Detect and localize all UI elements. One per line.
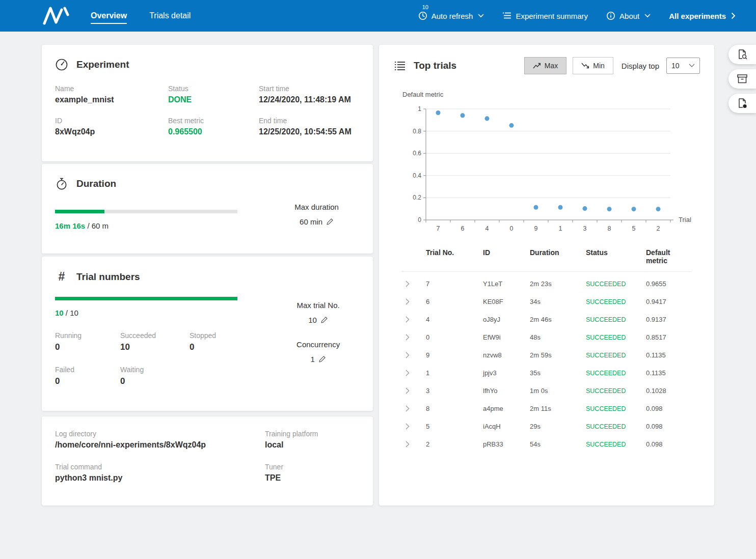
field-label: Tuner [265, 463, 360, 471]
trials-progress-text: 10 / 10 [55, 309, 269, 317]
field-status: Status DONE [168, 85, 259, 104]
svg-text:5: 5 [632, 225, 636, 232]
field-value: local [265, 440, 360, 450]
about-menu[interactable]: About [606, 11, 651, 20]
table-row[interactable]: 5iAcqH29sSUCCEEDED0.098 [401, 417, 692, 435]
cell-default-metric: 0.1135 [646, 369, 692, 377]
status-badge: DONE [168, 95, 259, 104]
row-expand-chevron-icon[interactable] [401, 281, 426, 287]
gauge-icon [55, 58, 68, 71]
cell-status: SUCCEEDED [586, 370, 646, 377]
field-id: ID 8xWqz04p [55, 117, 168, 136]
row-expand-chevron-icon[interactable] [401, 352, 426, 358]
field-value: 8xWqz04p [55, 127, 168, 136]
cell-default-metric: 0.9137 [646, 316, 692, 323]
max-button[interactable]: Max [524, 57, 566, 74]
row-expand-chevron-icon[interactable] [401, 334, 426, 341]
cell-id: oJ8yJ [483, 316, 530, 323]
experiment-card: Experiment Name example_mnist Status DON… [42, 45, 373, 161]
cell-status: SUCCEEDED [586, 405, 646, 412]
document-search-icon [737, 49, 748, 60]
table-row[interactable]: 4oJ8yJ2m 46sSUCCEEDED0.9137 [401, 311, 692, 328]
field-label: Name [55, 85, 168, 93]
table-row[interactable]: 3lfhYo1m 0sSUCCEEDED0.1028 [401, 382, 692, 400]
default-metric-chart-wrap: Default metric00.20.40.60.817640913852Tr… [400, 89, 700, 239]
view-config-button[interactable] [728, 45, 756, 64]
duration-progress-fill [55, 210, 104, 213]
nav-tabs: Overview Trials detail [91, 11, 191, 20]
cell-duration: 2m 59s [530, 351, 586, 359]
experiment-summary-button[interactable]: Experiment summary [502, 12, 588, 20]
row-expand-chevron-icon[interactable] [401, 316, 426, 323]
table-body: 7Y1LeT2m 23sSUCCEEDED0.96556KE08F34sSUCC… [401, 275, 692, 453]
field-label: Trial command [55, 463, 265, 471]
table-row[interactable]: 6KE08F34sSUCCEEDED0.9417 [401, 293, 692, 311]
svg-text:2: 2 [657, 225, 660, 232]
row-expand-chevron-icon[interactable] [401, 405, 426, 412]
col-status: Status [586, 248, 646, 265]
edit-pencil-icon[interactable] [320, 316, 328, 324]
table-row[interactable]: 7Y1LeT2m 23sSUCCEEDED0.9655 [401, 275, 692, 293]
min-button[interactable]: Min [573, 57, 613, 74]
table-row[interactable]: 1jpjv335sSUCCEEDED0.1135 [401, 364, 692, 382]
archive-box-icon [737, 74, 748, 84]
nni-logo[interactable] [42, 5, 73, 26]
field-label: Start time [259, 85, 360, 93]
trials-separator: / [66, 309, 68, 317]
all-experiments-link[interactable]: All experiments [669, 12, 736, 20]
auto-refresh-menu[interactable]: 10 Auto refresh [418, 11, 484, 20]
svg-text:0.8: 0.8 [413, 128, 421, 135]
cell-id: a4pme [483, 405, 530, 412]
table-row[interactable]: 0EfW9i48sSUCCEEDED0.8517 [401, 328, 692, 346]
trials-count: 10 [55, 309, 64, 317]
cell-id: lfhYo [483, 387, 530, 395]
auto-refresh-label: Auto refresh [431, 12, 473, 20]
cell-trial-no: 6 [426, 298, 483, 305]
table-row[interactable]: 8a4pme2m 11sSUCCEEDED0.098 [401, 400, 692, 417]
stopwatch-icon [55, 177, 68, 190]
field-end-time: End time 12/25/2020, 10:54:55 AM [259, 117, 360, 136]
cell-status: SUCCEEDED [586, 298, 646, 305]
experiment-fields: Name example_mnist Status DONE Start tim… [55, 85, 360, 136]
field-label: End time [259, 117, 360, 125]
field-training-platform: Training platform local [265, 430, 360, 450]
cell-status: SUCCEEDED [586, 352, 646, 359]
stat-label: Failed [55, 366, 120, 374]
field-label: ID [55, 117, 168, 125]
row-expand-chevron-icon[interactable] [401, 423, 426, 430]
edit-pencil-icon[interactable] [318, 355, 326, 363]
table-header-row: Trial No. ID Duration Status Default met… [401, 248, 692, 272]
row-expand-chevron-icon[interactable] [401, 370, 426, 376]
main-content: Experiment Name example_mnist Status DON… [0, 32, 756, 506]
cell-default-metric: 0.9655 [646, 280, 692, 288]
max-duration-label: Max duration [274, 203, 360, 211]
nni-logo-icon [42, 5, 73, 26]
chevron-down-icon [689, 64, 695, 68]
edit-pencil-icon[interactable] [326, 218, 334, 226]
field-value: python3 mnist.py [55, 473, 265, 483]
svg-text:6: 6 [461, 225, 465, 232]
experiment-archive-button[interactable] [728, 69, 756, 89]
concurrency-label: Concurrency [277, 340, 360, 349]
display-top-label: Display top [622, 62, 659, 70]
svg-text:3: 3 [583, 225, 587, 232]
row-expand-chevron-icon[interactable] [401, 441, 426, 448]
max-button-label: Max [545, 62, 558, 70]
display-top-select[interactable]: 10 [666, 58, 700, 74]
stat-value: 10 [120, 342, 190, 352]
table-row[interactable]: 2pRB3354sSUCCEEDED0.098 [401, 435, 692, 453]
metric-scatter-chart: Default metric00.20.40.60.817640913852Tr… [400, 89, 706, 239]
cell-id: pRB33 [483, 440, 530, 448]
cell-id: iAcqH [483, 423, 530, 430]
row-expand-chevron-icon[interactable] [401, 387, 426, 394]
duration-total: 60 m [92, 221, 109, 230]
row-expand-chevron-icon[interactable] [401, 298, 426, 305]
top-trials-title: Top trials [414, 60, 456, 71]
svg-text:7: 7 [437, 225, 440, 232]
duration-progress-track [55, 210, 237, 213]
table-row[interactable]: 9nzvw82m 59sSUCCEEDED0.1135 [401, 346, 692, 364]
svg-text:Trial: Trial [679, 216, 691, 223]
log-files-button[interactable] [728, 94, 756, 113]
tab-trials-detail[interactable]: Trials detail [149, 11, 191, 20]
tab-overview[interactable]: Overview [91, 11, 127, 20]
